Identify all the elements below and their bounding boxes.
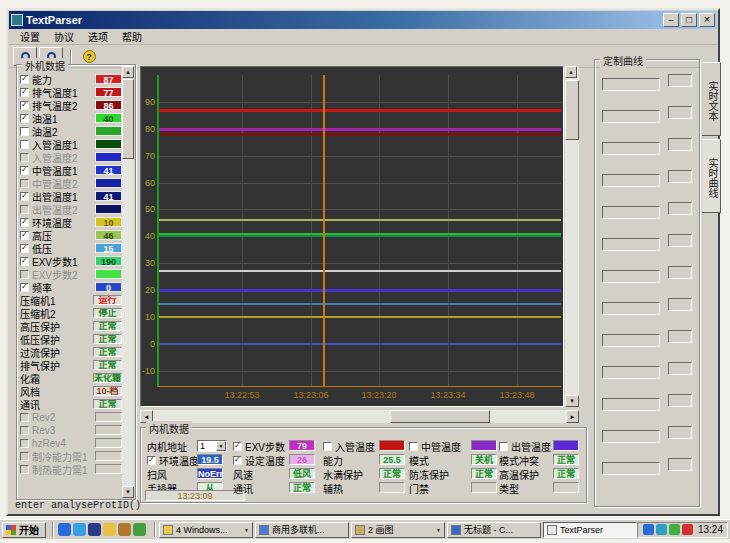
quicklaunch-icon[interactable] [133, 523, 146, 536]
curve-name-field[interactable] [602, 398, 660, 411]
sidebar-scroll-thumb[interactable] [122, 79, 134, 159]
param-checkbox[interactable] [20, 101, 29, 110]
reserved-value-box [95, 464, 122, 474]
curve-value-field[interactable] [668, 330, 692, 343]
tray-icon[interactable] [643, 524, 654, 535]
param-checkbox[interactable] [20, 75, 29, 84]
menu-item[interactable]: 设置 [13, 28, 47, 45]
task-button[interactable]: 商用多联机... [255, 522, 349, 538]
quicklaunch-icon[interactable] [73, 523, 86, 536]
curve-value-field[interactable] [668, 458, 692, 471]
titlebar[interactable]: TextParser [9, 11, 717, 29]
chevron-down-icon[interactable] [244, 527, 249, 533]
menu-item[interactable]: 帮助 [115, 28, 149, 45]
task-button[interactable]: 4 Windows... [159, 522, 253, 538]
plot-area[interactable] [157, 75, 561, 387]
indoor-address-select[interactable]: 1 [197, 440, 227, 452]
curve-name-field[interactable] [602, 78, 660, 91]
chevron-down-icon[interactable] [565, 395, 579, 407]
reserved-checkbox[interactable] [20, 426, 29, 435]
reserved-checkbox[interactable] [20, 439, 29, 448]
param-value-badge [95, 269, 122, 279]
param-checkbox[interactable] [20, 140, 29, 149]
param-checkbox[interactable] [20, 88, 29, 97]
chart-hscroll-thumb[interactable] [390, 410, 490, 423]
param-checkbox[interactable] [20, 231, 29, 240]
indoor-param-checkbox[interactable] [323, 442, 332, 451]
quicklaunch-icon[interactable] [58, 523, 71, 536]
param-checkbox[interactable] [20, 283, 29, 292]
curve-value-field[interactable] [668, 362, 692, 375]
param-checkbox[interactable] [20, 166, 29, 175]
status-value-badge: 正常 [93, 399, 122, 409]
chevron-up-icon[interactable] [565, 66, 577, 78]
task-button[interactable]: TextParser [543, 522, 637, 538]
minimize-icon[interactable] [663, 13, 679, 27]
task-button[interactable]: 2 画图 [351, 522, 445, 538]
menu-item[interactable]: 协议 [47, 28, 81, 45]
quicklaunch-icon[interactable] [118, 523, 131, 536]
close-icon[interactable] [699, 13, 715, 27]
param-checkbox[interactable] [20, 192, 29, 201]
curve-value-field[interactable] [668, 298, 692, 311]
curve-name-field[interactable] [602, 174, 660, 187]
side-tab[interactable]: 实时曲线 [702, 139, 721, 213]
chevron-down-icon[interactable] [122, 486, 134, 498]
curve-name-field[interactable] [602, 334, 660, 347]
param-checkbox[interactable] [20, 127, 29, 136]
curve-name-field[interactable] [602, 110, 660, 123]
curve-value-field[interactable] [668, 138, 692, 151]
task-button[interactable]: 无标题 - C... [447, 522, 541, 538]
param-checkbox[interactable] [20, 179, 29, 188]
sidebar-scrollbar[interactable] [122, 66, 134, 498]
curve-name-field[interactable] [602, 366, 660, 379]
reserved-checkbox[interactable] [20, 465, 29, 474]
start-button[interactable]: 开始 [2, 522, 46, 538]
tray-icon[interactable] [669, 524, 680, 535]
chevron-down-icon[interactable] [216, 441, 226, 451]
curve-name-field[interactable] [602, 238, 660, 251]
chevron-down-icon[interactable] [436, 527, 441, 533]
curve-name-field[interactable] [602, 206, 660, 219]
curve-value-field[interactable] [668, 202, 692, 215]
param-checkbox[interactable] [20, 205, 29, 214]
y-axis-label: 20 [141, 285, 155, 295]
curve-value-field[interactable] [668, 426, 692, 439]
curve-value-field[interactable] [668, 266, 692, 279]
param-checkbox[interactable] [20, 257, 29, 266]
curve-name-field[interactable] [602, 302, 660, 315]
indoor-param-checkbox[interactable] [233, 456, 242, 465]
param-checkbox[interactable] [20, 270, 29, 279]
curve-value-field[interactable] [668, 394, 692, 407]
chart-vertical-scrollbar[interactable] [565, 66, 579, 407]
indoor-param-checkbox[interactable] [499, 442, 508, 451]
chart-vscroll-thumb[interactable] [565, 80, 579, 140]
curve-value-field[interactable] [668, 106, 692, 119]
chevron-up-icon[interactable] [122, 66, 134, 78]
param-checkbox[interactable] [20, 114, 29, 123]
tray-icon[interactable] [682, 524, 693, 535]
reserved-checkbox[interactable] [20, 413, 29, 422]
tray-icon[interactable] [656, 524, 667, 535]
curve-name-field[interactable] [602, 270, 660, 283]
param-checkbox[interactable] [20, 244, 29, 253]
curve-name-field[interactable] [602, 142, 660, 155]
param-checkbox[interactable] [20, 153, 29, 162]
chart-horizontal-scrollbar[interactable] [140, 410, 579, 423]
curve-value-field[interactable] [668, 74, 692, 87]
indoor-env-checkbox[interactable] [147, 456, 156, 465]
reserved-checkbox[interactable] [20, 452, 29, 461]
maximize-icon[interactable] [681, 13, 697, 27]
curve-value-field[interactable] [668, 170, 692, 183]
param-checkbox[interactable] [20, 218, 29, 227]
menu-item[interactable]: 选项 [81, 28, 115, 45]
chevron-right-icon[interactable] [566, 410, 579, 423]
indoor-param-checkbox[interactable] [233, 442, 242, 451]
side-tab[interactable]: 实时文本 [702, 62, 721, 136]
curve-value-field[interactable] [668, 234, 692, 247]
indoor-param-checkbox[interactable] [409, 442, 418, 451]
quicklaunch-icon[interactable] [88, 523, 101, 536]
curve-name-field[interactable] [602, 430, 660, 443]
curve-name-field[interactable] [602, 462, 660, 475]
quicklaunch-icon[interactable] [103, 523, 116, 536]
